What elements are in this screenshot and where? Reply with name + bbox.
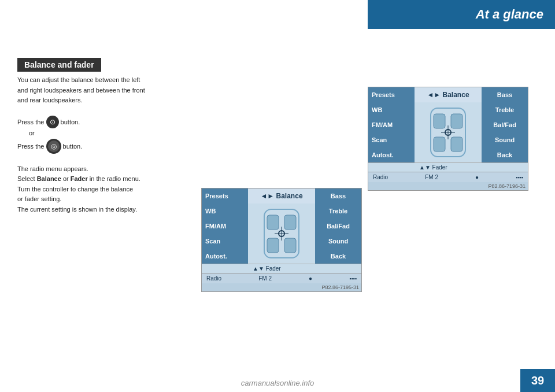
status-icon-2: ● xyxy=(475,174,479,180)
treble-btn[interactable]: Treble xyxy=(315,204,361,219)
wb-btn[interactable]: WB xyxy=(202,204,248,219)
presets-btn[interactable]: Presets xyxy=(202,188,248,204)
speaker-diagram xyxy=(248,204,315,264)
svg-rect-1 xyxy=(267,215,279,230)
status-icon: ● xyxy=(309,275,312,282)
watermark: carmanualsonline.info xyxy=(241,379,314,387)
page-number: 39 xyxy=(531,374,544,387)
radio-display-2: Presets ◄► Balance Bass WB Tr xyxy=(368,87,528,191)
fader-row-2: ▲▼ Fader xyxy=(368,162,528,172)
status-bar-1: Radio FM 2 ● ▪▪▪▪ xyxy=(202,273,361,283)
scan-btn-2[interactable]: Scan xyxy=(368,132,415,147)
radio-display-1: Presets ◄► Balance Bass WB xyxy=(201,188,362,292)
svg-rect-10 xyxy=(451,114,462,128)
image-ref-1: P82.86-7195-31 xyxy=(202,283,361,291)
autost-btn-2[interactable]: Autost. xyxy=(368,147,415,162)
sound-btn[interactable]: Sound xyxy=(315,234,361,249)
knob-icon-1[interactable]: ⊙ xyxy=(46,116,59,128)
scan-btn[interactable]: Scan xyxy=(202,234,248,249)
status-signal: ▪▪▪▪ xyxy=(349,276,357,282)
bal-fad-btn[interactable]: Bal/Fad xyxy=(315,219,361,234)
wb-btn-2[interactable]: WB xyxy=(368,102,415,117)
page-title: At a glance xyxy=(476,7,543,22)
fm-am-btn[interactable]: FM/AM xyxy=(202,219,248,234)
balance-label-2: ◄► Balance xyxy=(415,87,482,102)
svg-rect-4 xyxy=(284,238,296,253)
bass-btn[interactable]: Bass xyxy=(315,188,361,204)
autost-btn[interactable]: Autost. xyxy=(202,249,248,264)
status-signal-2: ▪▪▪▪ xyxy=(516,175,523,180)
presets-btn-2[interactable]: Presets xyxy=(368,87,415,102)
speaker-diagram-2 xyxy=(415,102,482,162)
status-radio: Radio xyxy=(206,275,221,282)
bass-btn-2[interactable]: Bass xyxy=(482,87,528,102)
svg-rect-2 xyxy=(284,215,296,230)
treble-btn-2[interactable]: Treble xyxy=(482,102,528,117)
header-bar: At a glance xyxy=(368,0,555,29)
sound-btn-2[interactable]: Sound xyxy=(482,132,528,147)
image-ref-2: P82.86-7196-31 xyxy=(368,182,528,190)
svg-rect-3 xyxy=(267,238,279,253)
svg-rect-11 xyxy=(434,137,445,151)
section-heading: Balance and fader xyxy=(17,58,101,72)
body-text: You can adjust the balance between the l… xyxy=(17,75,197,215)
page-number-box: 39 xyxy=(520,369,555,392)
fader-row: ▲▼ Fader xyxy=(202,264,361,273)
knob-icon-2[interactable]: ◎ xyxy=(46,139,61,154)
back-btn-2[interactable]: Back xyxy=(482,147,528,162)
svg-rect-9 xyxy=(434,114,445,128)
status-fm: FM 2 xyxy=(258,275,272,282)
balance-label: ◄► Balance xyxy=(248,188,315,204)
fm-am-btn-2[interactable]: FM/AM xyxy=(368,117,415,132)
status-fm-2: FM 2 xyxy=(425,174,438,180)
status-bar-2: Radio FM 2 ● ▪▪▪▪ xyxy=(368,172,528,182)
bal-fad-btn-2[interactable]: Bal/Fad xyxy=(482,117,528,132)
back-btn[interactable]: Back xyxy=(315,249,361,264)
svg-rect-12 xyxy=(451,137,462,151)
status-radio-2: Radio xyxy=(373,174,388,180)
